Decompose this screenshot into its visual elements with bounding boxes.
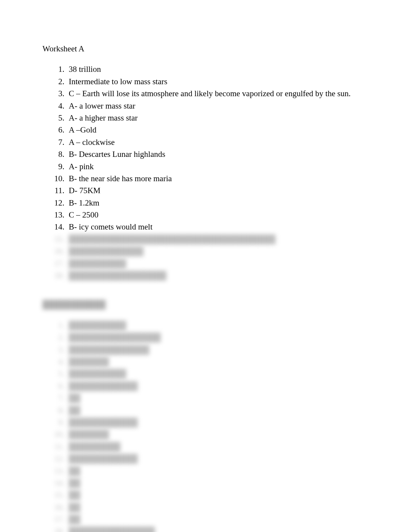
list-item-hidden: ██ xyxy=(66,478,368,489)
list-item-hidden: ██ xyxy=(66,466,368,477)
worksheet-b-list-hidden: ██████████ ████████████████ ████████████… xyxy=(42,320,368,532)
list-item: A –Gold xyxy=(66,124,368,136)
worksheet-b-title-hidden: ███████████ xyxy=(42,299,368,310)
list-item: D- 75KM xyxy=(66,185,368,196)
worksheet-a-title: Worksheet A xyxy=(42,43,368,54)
list-item: C – Earth will lose its atmosphere and l… xyxy=(66,88,368,99)
list-item-hidden: ██ xyxy=(66,502,368,513)
list-item-hidden: █████████████ xyxy=(66,246,368,257)
list-item-hidden: █████████ xyxy=(66,441,368,452)
list-item-hidden: ████████████████████████████████████ xyxy=(66,234,368,245)
list-item: A- a higher mass star xyxy=(66,112,368,124)
list-item: B- icy comets would melt xyxy=(66,221,368,233)
list-item: A – clockwise xyxy=(66,137,368,148)
list-item-hidden: ██████████████ xyxy=(66,344,368,355)
list-item: 38 trillion xyxy=(66,64,368,75)
list-item-hidden: ███████ xyxy=(66,356,368,367)
list-item-hidden: ██ xyxy=(66,514,368,525)
list-item: Intermediate to low mass stars xyxy=(66,76,368,87)
list-item-hidden: ████████████ xyxy=(66,417,368,428)
list-item-hidden: ██████████ xyxy=(66,320,368,331)
worksheet-a-list: 38 trillion Intermediate to low mass sta… xyxy=(42,64,368,281)
list-item: A- a lower mass star xyxy=(66,100,368,112)
list-item-hidden: ██████████ xyxy=(66,258,368,269)
list-item: B- the near side has more maria xyxy=(66,173,368,184)
list-item-hidden: ██ xyxy=(66,490,368,501)
list-item: B- Descartes Lunar highlands xyxy=(66,149,368,160)
list-item-hidden: █████████████████ xyxy=(66,270,368,281)
list-item-hidden: ███████ xyxy=(66,429,368,440)
list-item-hidden: ██ xyxy=(66,393,368,404)
list-item-hidden: ██ xyxy=(66,405,368,416)
list-item: C – 2500 xyxy=(66,209,368,221)
list-item-hidden: ██████████ xyxy=(66,368,368,379)
list-item: A- pink xyxy=(66,161,368,172)
list-item-hidden: ████████████ xyxy=(66,381,368,392)
list-item: B- 1.2km xyxy=(66,197,368,209)
list-item-hidden: ████████████████ xyxy=(66,332,368,343)
list-item-hidden: ████████████ xyxy=(66,453,368,464)
list-item-hidden: ███████████████ xyxy=(66,526,368,532)
